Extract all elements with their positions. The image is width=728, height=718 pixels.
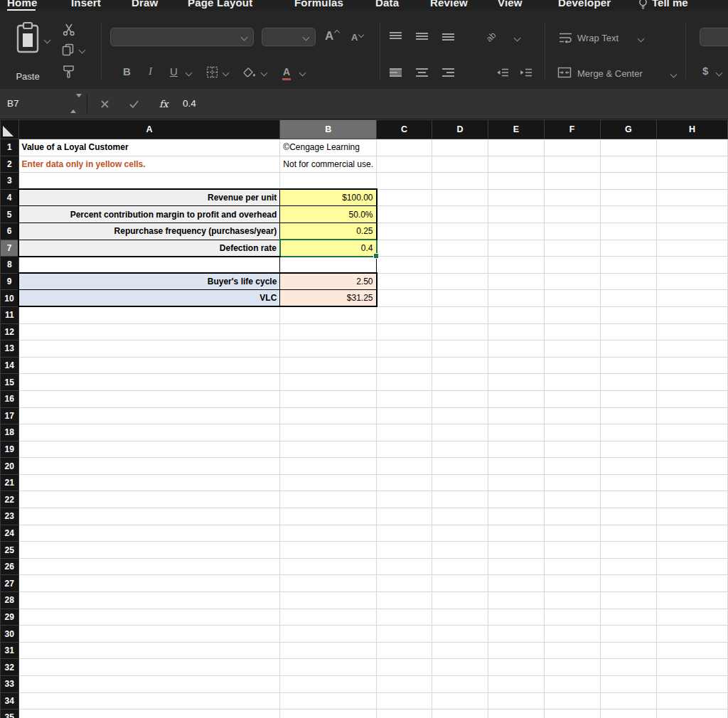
cell-A17[interactable] bbox=[18, 407, 280, 424]
cell-D24[interactable] bbox=[432, 525, 488, 542]
cell-F21[interactable] bbox=[544, 474, 600, 491]
cell-C20[interactable] bbox=[377, 458, 432, 475]
cell-F14[interactable] bbox=[544, 357, 600, 374]
cell-C17[interactable] bbox=[377, 407, 432, 424]
cell-H27[interactable] bbox=[657, 575, 728, 592]
cell-F13[interactable] bbox=[544, 341, 600, 358]
cell-D11[interactable] bbox=[432, 306, 488, 323]
cell-F15[interactable] bbox=[544, 374, 600, 391]
menu-view[interactable]: View bbox=[498, 0, 523, 11]
cell-A5[interactable]: Percent contribution margin to profit an… bbox=[18, 206, 280, 223]
cell-H14[interactable] bbox=[657, 357, 728, 374]
cell-C24[interactable] bbox=[377, 525, 432, 542]
row-header-7[interactable]: 7 bbox=[1, 240, 19, 257]
cell-B30[interactable] bbox=[280, 626, 377, 643]
cell-C18[interactable] bbox=[377, 424, 432, 441]
row-header-4[interactable]: 4 bbox=[1, 189, 19, 206]
cell-A13[interactable] bbox=[18, 341, 280, 358]
cell-A2[interactable]: Enter data only in yellow cells. bbox=[18, 156, 280, 173]
cell-H34[interactable] bbox=[657, 692, 728, 709]
cell-H24[interactable] bbox=[657, 525, 728, 542]
cell-G17[interactable] bbox=[600, 407, 656, 424]
cell-B23[interactable] bbox=[280, 508, 377, 525]
cell-C21[interactable] bbox=[377, 474, 432, 491]
cell-H8[interactable] bbox=[657, 257, 728, 274]
cell-E32[interactable] bbox=[488, 659, 544, 676]
cell-C11[interactable] bbox=[377, 306, 432, 323]
cell-G32[interactable] bbox=[600, 659, 656, 676]
menu-draw[interactable]: Draw bbox=[132, 0, 158, 11]
cell-B15[interactable] bbox=[280, 374, 377, 391]
row-header-33[interactable]: 33 bbox=[1, 676, 19, 693]
cell-F35[interactable] bbox=[544, 709, 600, 718]
cell-A29[interactable] bbox=[18, 609, 280, 626]
merge-center-chevron-icon[interactable] bbox=[670, 71, 678, 78]
cell-B26[interactable] bbox=[280, 558, 377, 575]
align-right-button[interactable] bbox=[442, 68, 454, 77]
cell-D20[interactable] bbox=[432, 458, 488, 475]
cell-G14[interactable] bbox=[600, 357, 656, 374]
cell-E7[interactable] bbox=[488, 240, 544, 257]
cell-E17[interactable] bbox=[488, 407, 544, 424]
cell-A28[interactable] bbox=[18, 592, 280, 609]
cell-E23[interactable] bbox=[488, 508, 544, 525]
cell-E22[interactable] bbox=[488, 491, 544, 508]
cell-H26[interactable] bbox=[657, 558, 728, 575]
cell-A3[interactable] bbox=[18, 173, 280, 190]
cell-H23[interactable] bbox=[657, 508, 728, 525]
row-header-23[interactable]: 23 bbox=[1, 508, 19, 525]
row-header-18[interactable]: 18 bbox=[1, 424, 19, 441]
cell-H20[interactable] bbox=[657, 458, 728, 475]
cell-F32[interactable] bbox=[544, 659, 600, 676]
name-box-spinner[interactable] bbox=[70, 97, 82, 110]
cell-C35[interactable] bbox=[377, 709, 432, 718]
cell-A4[interactable]: Revenue per unit bbox=[18, 189, 280, 206]
cell-D1[interactable] bbox=[432, 139, 488, 156]
paste-dropdown-chevron-icon[interactable] bbox=[44, 37, 51, 44]
cell-G11[interactable] bbox=[600, 306, 656, 323]
cell-B22[interactable] bbox=[280, 491, 377, 508]
cell-B11[interactable] bbox=[280, 306, 377, 323]
cell-G6[interactable] bbox=[600, 223, 656, 240]
cell-B16[interactable] bbox=[280, 390, 377, 407]
cell-G27[interactable] bbox=[600, 575, 656, 592]
currency-format-button[interactable]: $ bbox=[702, 65, 708, 77]
cell-F10[interactable] bbox=[544, 290, 600, 307]
cell-E5[interactable] bbox=[488, 206, 544, 223]
cell-G5[interactable] bbox=[600, 206, 656, 223]
cell-B27[interactable] bbox=[280, 575, 377, 592]
cell-D6[interactable] bbox=[432, 223, 488, 240]
cell-C28[interactable] bbox=[377, 592, 432, 609]
cell-E20[interactable] bbox=[488, 458, 544, 475]
cell-D26[interactable] bbox=[432, 558, 488, 575]
cell-H4[interactable] bbox=[657, 189, 728, 206]
row-header-27[interactable]: 27 bbox=[1, 575, 19, 592]
cell-A7[interactable]: Defection rate bbox=[18, 240, 280, 257]
cell-D4[interactable] bbox=[432, 189, 488, 206]
cell-F23[interactable] bbox=[544, 508, 600, 525]
cell-F27[interactable] bbox=[544, 575, 600, 592]
cell-C27[interactable] bbox=[377, 575, 432, 592]
font-color-button[interactable]: A bbox=[283, 66, 290, 77]
cell-G1[interactable] bbox=[600, 139, 656, 156]
cell-F2[interactable] bbox=[544, 156, 600, 173]
cell-B7[interactable]: 0.4 bbox=[280, 240, 377, 257]
align-center-button[interactable] bbox=[416, 68, 428, 77]
row-header-34[interactable]: 34 bbox=[1, 692, 19, 709]
cell-F29[interactable] bbox=[544, 609, 600, 626]
cell-C29[interactable] bbox=[377, 609, 432, 626]
column-header-B[interactable]: B bbox=[280, 120, 377, 139]
cell-G28[interactable] bbox=[600, 592, 656, 609]
name-box[interactable]: B7 bbox=[7, 89, 19, 119]
cell-A11[interactable] bbox=[18, 306, 280, 323]
cell-C9[interactable] bbox=[377, 273, 432, 290]
align-middle-button[interactable] bbox=[416, 32, 428, 41]
cell-F6[interactable] bbox=[544, 223, 600, 240]
orientation-dropdown-chevron-icon[interactable] bbox=[514, 35, 521, 42]
cell-C12[interactable] bbox=[377, 323, 432, 341]
cell-B20[interactable] bbox=[280, 458, 377, 475]
cell-B34[interactable] bbox=[280, 692, 377, 709]
cell-F25[interactable] bbox=[544, 542, 600, 559]
cell-G21[interactable] bbox=[600, 474, 656, 491]
column-header-A[interactable]: A bbox=[18, 120, 280, 139]
